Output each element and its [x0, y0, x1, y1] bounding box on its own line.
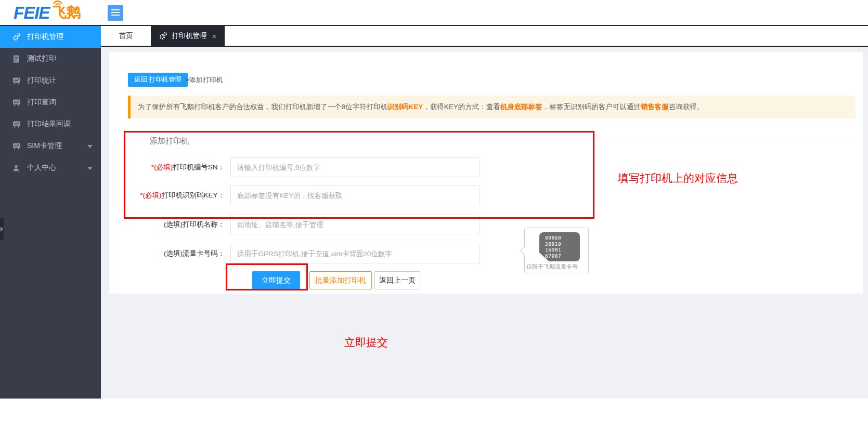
sim-card-image: 89860 28819 16901 67987: [539, 232, 580, 261]
sidebar-item-label: SIM卡管理: [27, 141, 62, 151]
sidebar-item-label: 测试打印: [27, 54, 56, 63]
field-label-key: *(必填)打印机识别码KEY：: [109, 186, 225, 205]
form-row-key: *(必填)打印机识别码KEY：: [109, 186, 608, 205]
sim-card-tooltip: 89860 28819 16901 67987 仅限于飞鹅流量卡号: [524, 228, 589, 273]
chart-board-icon: [12, 77, 21, 85]
batch-add-printer-button[interactable]: 批量添加打印机: [309, 271, 372, 289]
chart-board-icon: [12, 99, 21, 107]
app-logo[interactable]: FEIE 飞鹅: [14, 3, 81, 24]
sim-card-number-input[interactable]: [230, 244, 480, 263]
sim-tooltip-caption: 仅限于飞鹅流量卡号: [526, 263, 578, 271]
field-label-name: (选填)打印机名称：: [109, 215, 225, 234]
gears-icon: [159, 32, 167, 40]
chart-board-icon: [12, 121, 21, 128]
notice-link-key[interactable]: 识别码KEY: [387, 103, 423, 111]
fieldset-divider: [135, 141, 854, 141]
chart-board-icon: [12, 142, 21, 150]
main-content: 返回 打印机管理 >添加打印机 为了保护所有飞鹅打印机客户的合法权益，我们打印机…: [101, 47, 868, 399]
user-icon: [12, 164, 21, 172]
notice-link-sales-support[interactable]: 销售客服: [641, 103, 669, 111]
printer-key-input[interactable]: [230, 186, 480, 205]
sidebar-item-sim-management[interactable]: SIM卡管理: [0, 135, 101, 157]
tab-printer-management[interactable]: 打印机管理 ×: [151, 26, 225, 46]
sidebar-item-label: 打印结果回调: [27, 120, 71, 129]
sidebar-item-print-result-callback[interactable]: 打印结果回调: [0, 113, 101, 135]
sidebar-item-label: 打印机管理: [27, 32, 63, 42]
document-icon: [12, 55, 21, 63]
field-label-sim: (选填)流量卡号码：: [109, 244, 225, 263]
chevron-down-icon: [87, 167, 93, 170]
sidebar-item-label: 个人中心: [27, 163, 56, 173]
sidebar-item-personal-center[interactable]: 个人中心: [0, 157, 101, 179]
app-window: FEIE 飞鹅 打印机管理: [0, 0, 868, 424]
submit-button[interactable]: 立即提交: [252, 271, 300, 289]
gears-icon: [12, 33, 21, 41]
required-mark: *(必填): [151, 163, 173, 171]
sidebar-item-test-print[interactable]: 测试打印: [0, 48, 101, 70]
field-label-sn: *(必填)打印机编号SN：: [109, 157, 225, 177]
printer-sn-input[interactable]: [230, 157, 480, 177]
return-previous-page-button[interactable]: 返回上一页: [374, 271, 420, 289]
notice-text: 为了保护所有飞鹅打印机客户的合法权益，我们打印机新增了一个8位字符打印机: [138, 103, 387, 111]
notice-text: ，获得KEY的方式：查看: [423, 103, 500, 111]
notice-text: ，标签无识别码的客户可以通过: [542, 103, 641, 111]
tab-home[interactable]: 首页: [101, 26, 151, 46]
required-mark: *(必填): [140, 191, 161, 199]
tab-label: 打印机管理: [172, 31, 207, 41]
notice-text: 咨询获得。: [669, 103, 704, 111]
sidebar-item-print-query[interactable]: 打印查询: [0, 91, 101, 113]
back-to-printer-management-button[interactable]: 返回 打印机管理: [128, 73, 188, 87]
app-header: FEIE 飞鹅: [0, 0, 868, 26]
form-legend: 添加打印机: [145, 136, 194, 146]
wifi-icon: [52, 0, 63, 9]
chevron-down-icon: [87, 145, 93, 148]
notice-banner: 为了保护所有飞鹅打印机客户的合法权益，我们打印机新增了一个8位字符打印机识别码K…: [128, 96, 856, 118]
breadcrumb: >添加打印机: [185, 73, 223, 87]
sidebar-collapse-handle[interactable]: [0, 218, 4, 240]
printer-name-input[interactable]: [230, 215, 480, 234]
notice-link-bottom-label[interactable]: 机身底部标签: [500, 103, 542, 111]
tab-bar: 首页 打印机管理 ×: [101, 26, 868, 47]
sidebar-item-print-stats[interactable]: 打印统计: [0, 70, 101, 91]
sidebar-item-label: 打印查询: [27, 98, 56, 107]
logo-text-en: FEIE: [14, 3, 49, 22]
tab-close-icon[interactable]: ×: [212, 32, 217, 41]
sidebar-item-printer-management[interactable]: 打印机管理: [0, 26, 101, 48]
sidebar: 打印机管理 测试打印 打印统计: [0, 26, 101, 399]
sidebar-item-label: 打印统计: [27, 76, 56, 85]
sidebar-toggle-button[interactable]: [108, 5, 123, 21]
content-panel: 返回 打印机管理 >添加打印机 为了保护所有飞鹅打印机客户的合法权益，我们打印机…: [109, 52, 863, 294]
form-row-sn: *(必填)打印机编号SN：: [109, 157, 608, 177]
